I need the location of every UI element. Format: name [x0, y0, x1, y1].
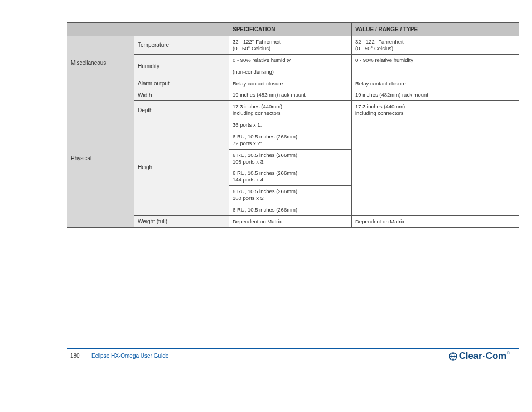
table-row: MiscellaneousTemperature32 - 122° Fahren…	[67, 36, 519, 55]
spec-cell: 6 RU, 10.5 inches (266mm)72 ports x 2:	[229, 131, 352, 149]
table-row: Weight (full)Dependent on MatrixDependen…	[67, 215, 519, 227]
value-cell: 32 - 122° Fahrenheit(0 - 50° Celsius)	[352, 36, 519, 55]
table-header-row: SPECIFICATION VALUE / RANGE / TYPE	[67, 23, 519, 36]
col-header-spec: SPECIFICATION	[229, 23, 352, 36]
spec-cell: Dependent on Matrix	[229, 215, 352, 227]
spec-cell: 6 RU, 10.5 inches (266mm)	[229, 204, 352, 215]
footer-caption: Eclipse HX-Omega User Guide	[91, 353, 168, 359]
spec-cell: 32 - 122° Fahrenheit(0 - 50° Celsius)	[229, 36, 352, 55]
brand-word-a: Clear	[459, 351, 482, 362]
table-row: Depth17.3 inches (440mm)including connec…	[67, 101, 519, 119]
table-row: Alarm outputRelay contact closureRelay c…	[67, 78, 519, 89]
subcategory-cell: Humidity	[134, 54, 229, 78]
value-cell: Dependent on Matrix	[352, 215, 519, 227]
table-row: PhysicalWidth19 inches (482mm) rack moun…	[67, 89, 519, 101]
subcategory-cell: Weight (full)	[134, 215, 229, 227]
table-row: Height36 ports x 1:	[67, 119, 519, 131]
spec-cell: 6 RU, 10.5 inches (266mm)180 ports x 5:	[229, 186, 352, 204]
spec-cell: 19 inches (482mm) rack mount	[229, 89, 352, 101]
spec-cell: Relay contact closure	[229, 78, 352, 89]
spec-cell: 6 RU, 10.5 inches (266mm)144 ports x 4:	[229, 167, 352, 186]
category-cell: Physical	[67, 89, 134, 227]
spec-cell: 6 RU, 10.5 inches (266mm)108 ports x 3:	[229, 149, 352, 167]
footer-vline	[86, 348, 86, 368]
brand-word-b: Com	[486, 351, 506, 362]
spec-cell: 36 ports x 1:	[229, 119, 352, 131]
subcategory-cell: Alarm output	[134, 78, 229, 89]
value-cell	[352, 119, 519, 216]
spec-cell: (non-condensing)	[229, 66, 352, 78]
table-row: Humidity0 - 90% relative humidity0 - 90%…	[67, 54, 519, 66]
value-cell: 0 - 90% relative humidity	[352, 54, 519, 66]
col-header-blank1	[67, 23, 134, 36]
spec-cell: 0 - 90% relative humidity	[229, 54, 352, 66]
value-cell: Relay contact closure	[352, 78, 519, 89]
spec-cell: 17.3 inches (440mm)including connectors	[229, 101, 352, 119]
spec-table: SPECIFICATION VALUE / RANGE / TYPE Misce…	[67, 22, 519, 228]
value-cell: 19 inches (482mm) rack mount	[352, 89, 519, 101]
brand-tm: ®	[507, 351, 510, 355]
category-cell: Miscellaneous	[67, 36, 134, 89]
subcategory-cell: Width	[134, 89, 229, 101]
brand-logo: Clear · Com ®	[449, 351, 510, 362]
value-cell	[352, 66, 519, 78]
subcategory-cell: Temperature	[134, 36, 229, 55]
subcategory-cell: Height	[134, 119, 229, 216]
page-number: 180	[70, 353, 80, 359]
globe-icon	[449, 352, 457, 361]
col-header-blank2	[134, 23, 229, 36]
col-header-value: VALUE / RANGE / TYPE	[352, 23, 519, 36]
value-cell: 17.3 inches (440mm)including connectors	[352, 101, 519, 119]
spec-table-body: MiscellaneousTemperature32 - 122° Fahren…	[67, 36, 519, 228]
subcategory-cell: Depth	[134, 101, 229, 119]
footer-rule	[67, 348, 519, 349]
